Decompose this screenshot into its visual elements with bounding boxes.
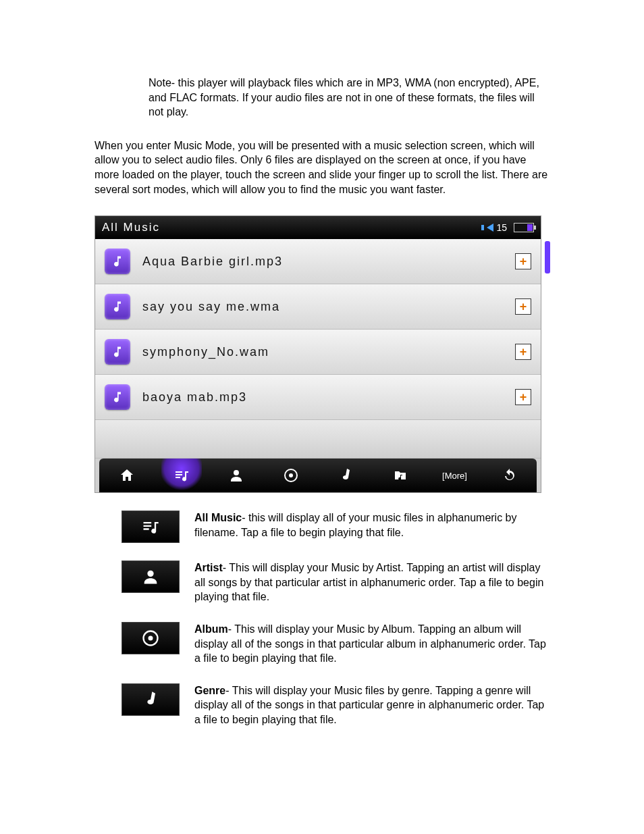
document-page: Note- this player will playback files wh… — [0, 0, 644, 834]
music-note-icon — [105, 339, 130, 365]
refresh-icon[interactable] — [489, 459, 530, 492]
device-header: All Music 15 — [95, 216, 541, 239]
legend-row-album: Album- This will display your Music by A… — [95, 622, 549, 666]
more-button[interactable]: [More] — [435, 459, 475, 492]
legend-row-all-music: All Music- this will display all of your… — [95, 511, 549, 543]
note-paragraph: Note- this player will playback files wh… — [149, 76, 549, 120]
all-music-icon[interactable] — [161, 459, 202, 492]
empty-row — [95, 420, 541, 459]
song-row[interactable]: baoya mab.mp3 + — [95, 375, 541, 420]
music-note-icon — [105, 384, 130, 410]
legend-title: All Music — [194, 512, 242, 523]
song-row[interactable]: symphony_No.wam + — [95, 330, 541, 375]
music-note-icon — [105, 249, 130, 274]
speaker-icon — [487, 224, 493, 232]
folder-icon[interactable] — [380, 459, 421, 492]
artist-icon[interactable] — [216, 459, 257, 492]
legend-text: Artist- This will display your Music by … — [194, 561, 549, 604]
intro-paragraph: When you enter Music Mode, you will be p… — [95, 138, 549, 197]
device-screenshot-wrap: All Music 15 Aqua Barbie girl.mp3 + — [95, 215, 549, 493]
svg-point-3 — [149, 635, 153, 640]
song-title: symphony_No.wam — [142, 345, 269, 359]
legend-text: All Music- this will display all of your… — [194, 511, 549, 540]
add-button[interactable]: + — [515, 253, 531, 269]
battery-icon — [514, 223, 534, 232]
add-button[interactable]: + — [515, 298, 531, 315]
volume-level: 15 — [496, 222, 507, 233]
all-music-icon — [122, 511, 180, 543]
album-icon — [122, 622, 180, 654]
svg-point-1 — [289, 473, 293, 477]
legend-row-genre: Genre- This will display your Music file… — [95, 683, 549, 727]
legend-text: Album- This will display your Music by A… — [194, 622, 549, 666]
genre-icon[interactable] — [325, 459, 366, 492]
add-button[interactable]: + — [515, 389, 531, 405]
add-button[interactable]: + — [515, 344, 531, 360]
song-title: Aqua Barbie girl.mp3 — [142, 255, 283, 269]
legend-text: Genre- This will display your Music file… — [194, 683, 549, 727]
device-nav-bar: [More] — [99, 459, 537, 492]
genre-icon — [122, 683, 180, 716]
legend-section: All Music- this will display all of your… — [95, 511, 549, 727]
legend-title: Album — [194, 623, 228, 635]
scrollbar-thumb[interactable] — [545, 241, 550, 273]
home-icon[interactable] — [107, 459, 147, 492]
speaker-icon — [481, 225, 484, 230]
music-note-icon — [105, 294, 130, 319]
legend-title: Artist — [194, 562, 223, 573]
device-screenshot: All Music 15 Aqua Barbie girl.mp3 + — [95, 215, 541, 493]
legend-desc: - This will display your Music files by … — [194, 685, 544, 725]
artist-icon — [122, 561, 180, 593]
song-row[interactable]: say you say me.wma + — [95, 284, 541, 330]
song-row[interactable]: Aqua Barbie girl.mp3 + — [95, 239, 541, 284]
song-title: say you say me.wma — [142, 300, 280, 314]
legend-title: Genre — [194, 685, 225, 696]
legend-desc: - this will display all of your music fi… — [194, 512, 517, 538]
legend-row-artist: Artist- This will display your Music by … — [95, 561, 549, 604]
legend-desc: - This will display your Music by Album.… — [194, 623, 546, 664]
legend-desc: - This will display your Music by Artist… — [194, 562, 543, 602]
volume-indicator: 15 — [481, 222, 507, 233]
screen-title: All Music — [102, 221, 481, 234]
album-icon[interactable] — [271, 459, 311, 492]
song-title: baoya mab.mp3 — [142, 390, 247, 405]
